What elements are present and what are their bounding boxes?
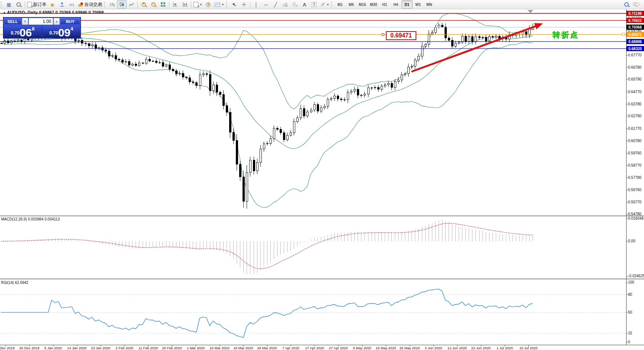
volume-down-button[interactable]: ▼ bbox=[22, 18, 28, 25]
candlestick-chart-button[interactable] bbox=[117, 0, 127, 9]
svg-text:0.57780: 0.57780 bbox=[628, 176, 642, 180]
sell-price-prefix: 0.70 bbox=[11, 30, 19, 36]
channel-button[interactable]: E bbox=[280, 0, 290, 9]
autotrade-icon bbox=[78, 2, 83, 7]
timeframe-m30-button[interactable]: M30 bbox=[368, 0, 379, 9]
timeframe-w1-button[interactable]: W1 bbox=[413, 0, 424, 9]
crosshair-icon bbox=[241, 2, 247, 7]
volume-input[interactable]: 1.00 bbox=[29, 18, 53, 25]
text-label-button[interactable]: T bbox=[309, 0, 319, 9]
svg-text:0: 0 bbox=[628, 340, 630, 344]
zoom-in-icon: + bbox=[142, 2, 146, 7]
resistance-line-overlay bbox=[0, 13, 626, 14]
buy-price[interactable]: 0.70094 bbox=[42, 25, 80, 38]
candlesticks bbox=[0, 23, 534, 209]
auto-scroll-button[interactable] bbox=[170, 0, 180, 9]
price-tag: 0.71198 bbox=[627, 11, 644, 16]
timeframe-m5-button[interactable]: M5 bbox=[346, 0, 357, 9]
trendline-button[interactable]: ╱ bbox=[271, 0, 280, 9]
svg-text:1 Mar 2020: 1 Mar 2020 bbox=[187, 346, 205, 350]
timeframe-m1-button[interactable]: M1 bbox=[335, 0, 346, 9]
svg-text:7 Apr 2020: 7 Apr 2020 bbox=[282, 346, 299, 350]
vertical-line-button[interactable]: │ bbox=[251, 0, 261, 9]
candlestick-chart-icon bbox=[119, 2, 124, 7]
sell-button[interactable]: SELL bbox=[4, 18, 22, 25]
sell-price-sup: 8 bbox=[32, 26, 35, 32]
svg-text:15 May 2020: 15 May 2020 bbox=[376, 346, 396, 350]
templates-button[interactable]: ▼ bbox=[213, 0, 225, 9]
sell-price[interactable]: 0.70068 bbox=[4, 25, 42, 38]
history-center-button[interactable]: ◆ bbox=[48, 0, 57, 9]
svg-text:10 Mar 2020: 10 Mar 2020 bbox=[209, 346, 229, 350]
hline-handle bbox=[622, 33, 625, 36]
svg-text:17 Apr 2020: 17 Apr 2020 bbox=[305, 346, 324, 350]
fibonacci-button[interactable]: F bbox=[290, 0, 300, 9]
price-tag: 0.70068 bbox=[627, 24, 644, 30]
one-click-trade-panel: SELL ▼ 1.00 ▲ BUY 0.70068 0.70094 bbox=[3, 17, 81, 39]
svg-text:0.56760: 0.56760 bbox=[628, 188, 642, 192]
new-chart-icon: + bbox=[193, 2, 198, 7]
svg-text:80: 80 bbox=[628, 292, 632, 297]
timeframe-m15-button[interactable]: M15 bbox=[357, 0, 368, 9]
macd-histogram bbox=[1, 220, 533, 274]
autotrade-button[interactable]: 自动交易 bbox=[77, 0, 103, 9]
chart-shift-button[interactable] bbox=[180, 0, 190, 9]
market-watch-button[interactable]: ▦ bbox=[4, 0, 14, 9]
chat-icon bbox=[633, 2, 640, 7]
channel-icon: E bbox=[283, 2, 288, 7]
signal-icon bbox=[69, 2, 74, 7]
bar-chart-button[interactable] bbox=[107, 0, 117, 9]
buy-price-sup: 4 bbox=[71, 26, 73, 32]
svg-text:0.63780: 0.63780 bbox=[628, 102, 642, 106]
timeframe-mn-button[interactable]: MN bbox=[424, 0, 435, 9]
cursor-button[interactable]: ↖ bbox=[230, 0, 239, 9]
price-callout-box[interactable]: 0.69471 bbox=[386, 31, 416, 40]
chevron-down-icon: ▼ bbox=[199, 3, 202, 6]
data-window-icon bbox=[16, 2, 21, 7]
new-order-button[interactable]: + 新订单 bbox=[26, 0, 48, 9]
svg-text:100: 100 bbox=[628, 280, 634, 284]
timeframe-d1-button[interactable]: D1 bbox=[401, 0, 413, 9]
svg-text:0.55770: 0.55770 bbox=[628, 200, 642, 204]
svg-text:0.61770: 0.61770 bbox=[628, 127, 642, 131]
bar-chart-icon bbox=[110, 2, 115, 7]
svg-text:0.60780: 0.60780 bbox=[628, 139, 642, 143]
timeframe-h1-button[interactable]: H1 bbox=[379, 0, 390, 9]
crosshair-button[interactable] bbox=[239, 0, 249, 9]
svg-text:E: E bbox=[286, 5, 287, 7]
data-window-button[interactable] bbox=[14, 0, 23, 9]
svg-text:3 Jun 2020: 3 Jun 2020 bbox=[425, 346, 442, 350]
svg-text:0.68320: 0.68320 bbox=[628, 47, 642, 51]
periods-button[interactable] bbox=[204, 0, 213, 9]
svg-text:0.70068: 0.70068 bbox=[628, 25, 642, 29]
buy-price-prefix: 0.70 bbox=[49, 30, 58, 36]
trend-arrow bbox=[412, 23, 543, 72]
timeframe-h4-button[interactable]: H4 bbox=[390, 0, 401, 9]
svg-text:11 Feb 2020: 11 Feb 2020 bbox=[139, 346, 158, 350]
zoom-in-button[interactable]: + bbox=[139, 0, 149, 9]
zoom-out-button[interactable]: − bbox=[149, 0, 158, 9]
new-order-label: 新订单 bbox=[33, 1, 46, 8]
arrows-button[interactable]: ▼ bbox=[319, 0, 331, 9]
signal-button[interactable] bbox=[67, 0, 77, 9]
search-button[interactable] bbox=[622, 0, 631, 9]
svg-text:50: 50 bbox=[628, 310, 632, 314]
svg-text:5 Jan 2020: 5 Jan 2020 bbox=[44, 346, 62, 350]
text-button[interactable]: A bbox=[300, 0, 309, 9]
chart-canvas[interactable]: 0.707700.697800.687900.677700.667800.657… bbox=[0, 0, 644, 350]
new-chart-button[interactable]: +▼ bbox=[192, 0, 204, 9]
timeframe-bar: M1M5M15M30H1H4D1W1MN bbox=[335, 0, 435, 9]
buy-button[interactable]: BUY bbox=[60, 18, 80, 25]
svg-text:19 Mar 2020: 19 Mar 2020 bbox=[233, 346, 253, 350]
price-tag: 0.68320 bbox=[627, 46, 644, 51]
svg-text:15: 15 bbox=[628, 331, 632, 335]
volume-up-button[interactable]: ▲ bbox=[53, 18, 60, 25]
chart-area[interactable]: 0.707700.697800.687900.677700.667800.657… bbox=[0, 0, 644, 350]
svg-text:0.71198: 0.71198 bbox=[628, 12, 642, 16]
horizontal-line-button[interactable]: ─ bbox=[261, 0, 271, 9]
community-button[interactable] bbox=[57, 0, 67, 9]
chat-button[interactable] bbox=[631, 0, 641, 9]
turning-point-label[interactable]: 转折点 bbox=[552, 30, 579, 40]
line-chart-button[interactable] bbox=[127, 0, 136, 9]
tile-windows-button[interactable] bbox=[158, 0, 168, 9]
